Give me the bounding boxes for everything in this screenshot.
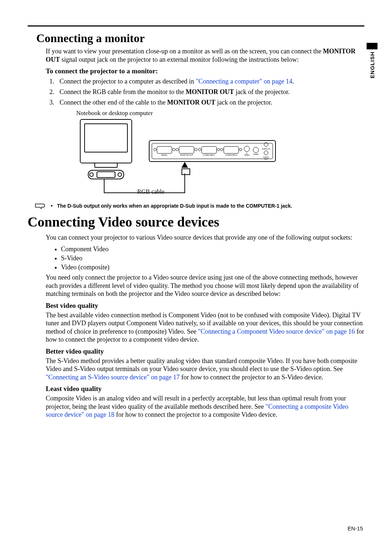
- language-tab-block: [367, 43, 377, 49]
- figure-caption: Notebook or desktop computer: [76, 110, 364, 117]
- monitor-stand-icon: [94, 163, 118, 168]
- step-3: Connect the other end of the cable to th…: [56, 98, 364, 107]
- arrow-up-icon: [181, 162, 188, 168]
- text: jack on the projector.: [216, 99, 272, 106]
- port-label: AUDIO OUT: [262, 156, 270, 160]
- bold-monitor-out: MONITOR OUT: [167, 99, 215, 106]
- subhead-to-connect: To connect the projector to a monitor:: [36, 67, 364, 75]
- audio-out-port-icon: [264, 151, 268, 155]
- video-port-icon: [253, 147, 259, 153]
- link-svideo[interactable]: "Connecting an S-Video source device" on…: [46, 374, 180, 381]
- heading-connecting-video: Connecting Video source devices: [28, 214, 364, 230]
- text: .: [293, 78, 294, 85]
- port-label: SERIAL: [161, 154, 168, 156]
- list-item: Component Video: [61, 245, 364, 254]
- page-number: EN-15: [347, 525, 363, 531]
- computer1-port-icon: [201, 146, 217, 154]
- video-after-bullets: You need only connect the projector to a…: [36, 273, 364, 298]
- step-1: Connect the projector to a computer as d…: [56, 77, 364, 86]
- best-para: The best available video connection meth…: [36, 311, 364, 344]
- cable-icon: [104, 179, 105, 192]
- text: Connect the RGB cable from the monitor t…: [60, 88, 185, 95]
- monitor-intro: If you want to view your presentation cl…: [36, 47, 364, 64]
- least-para: Composite Video is an analog video and w…: [36, 394, 364, 419]
- subhead-best: Best video quality: [36, 302, 364, 310]
- list-item: Video (composite): [61, 263, 364, 272]
- text: for how to connect the projector to an S…: [180, 374, 323, 381]
- bold-monitor-out: MONITOR OUT: [185, 88, 234, 95]
- subhead-better: Better video quality: [36, 347, 364, 355]
- figure-monitor-connection: Notebook or desktop computer RGB cable: [76, 110, 364, 199]
- language-tab: ENGLISH: [367, 43, 377, 78]
- better-para: The S-Video method provides a better qua…: [36, 357, 364, 382]
- port-label: COMPUTER-1: [203, 154, 215, 156]
- text: jack of the projector.: [234, 88, 290, 95]
- svideo-port-icon: [244, 146, 250, 152]
- audio-in-port-icon: [264, 142, 268, 147]
- cable-icon: [184, 174, 185, 193]
- link-component-video[interactable]: "Connecting a Component Video source dev…: [198, 328, 355, 335]
- port-label: MONITOR OUT: [180, 154, 193, 156]
- note-bullet: •: [51, 203, 53, 209]
- video-intro: You can connect your projector to variou…: [36, 233, 364, 242]
- vga-connector-icon: [97, 171, 115, 178]
- steps-list: Connect the projector to a computer as d…: [36, 77, 364, 107]
- subhead-least: Least video quality: [36, 385, 364, 393]
- rgb-cable-label: RGB cable: [137, 188, 164, 195]
- link-connecting-computer[interactable]: "Connecting a computer" on page 14: [196, 78, 292, 85]
- screw-icon: [118, 172, 122, 177]
- top-rule: [28, 25, 364, 27]
- text: for how to connect the projector to a co…: [114, 411, 277, 418]
- heading-connecting-monitor: Connecting a monitor: [36, 32, 364, 45]
- video-sockets-list: Component Video S-Video Video (composite…: [36, 245, 364, 272]
- text: The S-Video method provides a better qua…: [46, 357, 357, 373]
- monitor-icon: [80, 119, 132, 163]
- port-label: VIDEO: [253, 154, 259, 155]
- text: Connect the other end of the cable to th…: [60, 99, 167, 106]
- port-label: AUDIO IN: [262, 148, 270, 150]
- port-label: S-VIDEO: [244, 152, 250, 156]
- step-2: Connect the RGB cable from the monitor t…: [56, 87, 364, 97]
- text: signal output jack on the projector to a…: [60, 56, 299, 63]
- note-icon: [34, 203, 46, 210]
- serial-port-icon: [157, 146, 172, 154]
- text: Connect the projector to a computer as d…: [60, 78, 196, 85]
- note-dsub: • The D-Sub output only works when an ap…: [34, 203, 364, 210]
- port-label: COMPUTER-2: [225, 154, 237, 156]
- screw-icon: [89, 172, 94, 177]
- computer2-port-icon: [224, 146, 239, 154]
- text: If you want to view your presentation cl…: [46, 48, 323, 55]
- monitor-out-port-icon: [179, 146, 194, 154]
- note-text: The D-Sub output only works when an appr…: [57, 203, 292, 209]
- connector-icon: [181, 168, 190, 175]
- projector-panel-icon: SERIAL MONITOR OUT COMPUTER-1 COMPUTER-2…: [149, 140, 276, 162]
- list-item: S-Video: [61, 254, 364, 263]
- language-tab-text: ENGLISH: [369, 52, 375, 78]
